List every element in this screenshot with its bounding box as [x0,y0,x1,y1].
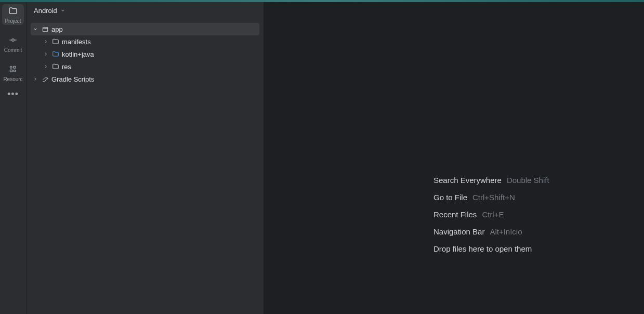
tree-node-app[interactable]: app [31,23,259,35]
hint-label: Navigation Bar [433,227,484,236]
rail-project[interactable]: Project [2,4,24,25]
source-folder-icon [51,50,60,58]
hint-label: Search Everywhere [433,176,502,185]
rail-project-label: Project [5,18,21,24]
folder-icon [51,38,60,45]
hint-shortcut: Ctrl+Shift+N [472,193,515,202]
chevron-down-icon [60,8,65,13]
resource-icon [8,64,18,75]
tree-node-manifests[interactable]: manifests [31,35,259,48]
rail-commit[interactable]: Commit [2,33,24,54]
hint-recent-files[interactable]: Recent Files Ctrl+E [433,210,549,219]
tree-node-label: Gradle Scripts [51,75,94,83]
more-icon: ••• [7,89,19,99]
chevron-right-icon [42,51,49,57]
tool-rail: Project Commit Resourc ••• [0,0,27,314]
svg-point-0 [12,39,15,42]
hint-shortcut: Ctrl+E [482,210,504,219]
svg-rect-4 [14,66,16,68]
hint-shortcut: Alt+Início [490,227,522,236]
svg-point-6 [14,70,16,72]
tree-node-gradle-scripts[interactable]: Gradle Scripts [31,73,259,85]
chevron-right-icon [32,76,39,82]
folder-icon [8,6,18,17]
commit-icon [8,35,18,46]
project-tree: app manifests kotlin+java [27,21,264,87]
editor-hints: Search Everywhere Double Shift Go to Fil… [433,176,549,253]
hint-label: Drop files here to open them [433,244,532,253]
hint-label: Go to File [433,193,467,202]
rail-resource-manager[interactable]: Resourc [2,62,24,83]
project-view-selector[interactable]: Android [27,0,264,21]
hint-shortcut: Double Shift [507,176,549,185]
tree-node-label: manifests [62,38,91,46]
rail-more-button[interactable]: ••• [7,89,19,99]
window-top-accent [0,0,644,2]
tree-node-label: res [62,63,71,71]
svg-point-3 [10,66,12,68]
svg-point-9 [47,78,47,78]
project-view-label: Android [34,7,57,15]
chevron-right-icon [42,64,49,69]
tree-node-label: kotlin+java [62,50,94,58]
folder-icon [51,63,60,70]
tree-node-kotlin-java[interactable]: kotlin+java [31,48,259,60]
editor-empty-state: Search Everywhere Double Shift Go to Fil… [264,0,644,314]
hint-navigation-bar[interactable]: Navigation Bar Alt+Início [433,227,549,236]
gradle-icon [41,75,49,83]
module-icon [41,25,49,33]
svg-rect-7 [43,28,47,32]
hint-label: Recent Files [433,210,477,219]
chevron-right-icon [42,39,49,44]
chevron-down-icon [32,27,39,32]
tree-node-res[interactable]: res [31,60,259,73]
project-tool-window: Android app manifests [27,0,264,314]
hint-search-everywhere[interactable]: Search Everywhere Double Shift [433,176,549,185]
svg-rect-5 [10,70,12,72]
tree-node-label: app [51,25,63,33]
rail-commit-label: Commit [4,47,22,53]
hint-go-to-file[interactable]: Go to File Ctrl+Shift+N [433,193,549,202]
rail-resource-label: Resourc [3,76,22,82]
hint-drop-files: Drop files here to open them [433,244,549,253]
